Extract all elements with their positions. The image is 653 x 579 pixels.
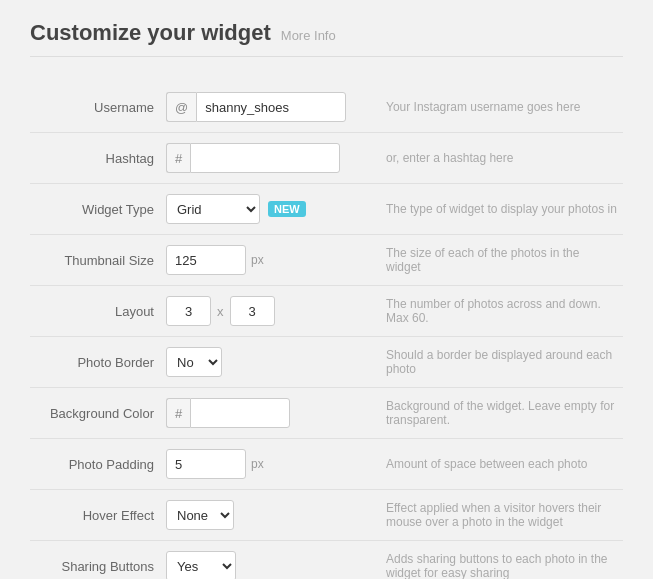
sharing-buttons-group: Yes No [166, 551, 374, 579]
sharing-buttons-label: Sharing Buttons [30, 541, 160, 580]
background-color-group: # [166, 398, 374, 428]
photo-border-hint: Should a border be displayed around each… [380, 337, 623, 388]
hover-effect-label: Hover Effect [30, 490, 160, 541]
settings-form: Username @ Your Instagram username goes … [30, 82, 623, 579]
widget-type-group: Grid Slideshow Collage NEW [166, 194, 374, 224]
photo-padding-group: px [166, 449, 374, 479]
thumbnail-size-input[interactable] [166, 245, 246, 275]
background-color-label: Background Color [30, 388, 160, 439]
hashtag-field-group: # [166, 143, 374, 173]
photo-border-select[interactable]: No Yes [166, 347, 222, 377]
new-badge: NEW [268, 201, 306, 217]
username-field-group: @ [166, 92, 374, 122]
username-hint: Your Instagram username goes here [380, 82, 623, 133]
hover-effect-hint: Effect applied when a visitor hovers the… [380, 490, 623, 541]
layout-x-separator: x [217, 304, 224, 319]
thumbnail-size-hint: The size of each of the photos in the wi… [380, 235, 623, 286]
username-label: Username [30, 82, 160, 133]
hashtag-input[interactable] [190, 143, 340, 173]
layout-cols-input[interactable] [166, 296, 211, 326]
page-title: Customize your widget [30, 20, 271, 46]
widget-type-select[interactable]: Grid Slideshow Collage [166, 194, 260, 224]
layout-group: x [166, 296, 374, 326]
photo-border-label: Photo Border [30, 337, 160, 388]
hashtag-label: Hashtag [30, 133, 160, 184]
background-color-hint: Background of the widget. Leave empty fo… [380, 388, 623, 439]
photo-padding-hint: Amount of space between each photo [380, 439, 623, 490]
photo-border-group: No Yes [166, 347, 374, 377]
widget-type-label: Widget Type [30, 184, 160, 235]
more-info-link[interactable]: More Info [281, 28, 336, 43]
widget-type-hint: The type of widget to display your photo… [380, 184, 623, 235]
sharing-buttons-hint: Adds sharing buttons to each photo in th… [380, 541, 623, 580]
layout-rows-input[interactable] [230, 296, 275, 326]
layout-label: Layout [30, 286, 160, 337]
background-color-input[interactable] [190, 398, 290, 428]
bg-color-hash-prefix: # [166, 398, 190, 428]
username-input[interactable] [196, 92, 346, 122]
photo-padding-unit: px [251, 457, 264, 471]
thumbnail-size-unit: px [251, 253, 264, 267]
sharing-buttons-select[interactable]: Yes No [166, 551, 236, 579]
hover-effect-select[interactable]: None Zoom Fade Blur [166, 500, 234, 530]
layout-hint: The number of photos across and down. Ma… [380, 286, 623, 337]
hashtag-hint: or, enter a hashtag here [380, 133, 623, 184]
thumbnail-size-group: px [166, 245, 374, 275]
thumbnail-size-label: Thumbnail Size [30, 235, 160, 286]
photo-padding-input[interactable] [166, 449, 246, 479]
photo-padding-label: Photo Padding [30, 439, 160, 490]
username-at-prefix: @ [166, 92, 196, 122]
hashtag-hash-prefix: # [166, 143, 190, 173]
